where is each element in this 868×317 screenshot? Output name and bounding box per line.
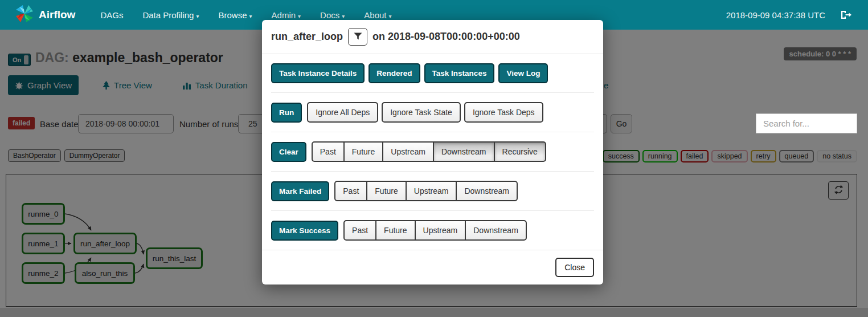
filter-button[interactable] xyxy=(348,28,367,46)
mark-success-option-future[interactable]: Future xyxy=(375,220,415,241)
rendered-button[interactable]: Rendered xyxy=(369,63,420,83)
run-button[interactable]: Run xyxy=(271,103,302,123)
logout-icon[interactable] xyxy=(840,10,852,19)
clear-option-future[interactable]: Future xyxy=(343,141,383,162)
caret-down-icon: ▾ xyxy=(196,13,199,19)
mark-failed-option-upstream[interactable]: Upstream xyxy=(406,181,457,201)
task-instance-modal: run_after_loop on 2018-09-08T00:00:00+00… xyxy=(262,20,603,285)
run-option-ignore-task-deps[interactable]: Ignore Task Deps xyxy=(464,102,543,123)
mark-success-options: PastFutureUpstreamDownstream xyxy=(343,220,527,241)
modal-task-name: run_after_loop xyxy=(271,31,343,43)
nav-item-about[interactable]: About▾ xyxy=(364,10,391,20)
mark-success-option-upstream[interactable]: Upstream xyxy=(415,220,466,241)
airflow-pinwheel-logo-icon xyxy=(15,4,34,26)
clear-option-downstream[interactable]: Downstream xyxy=(433,141,495,162)
mark-failed-button[interactable]: Mark Failed xyxy=(271,181,329,201)
clear-options: PastFutureUpstreamDownstreamRecursive xyxy=(312,141,546,162)
clear-option-upstream[interactable]: Upstream xyxy=(382,141,434,162)
airflow-brand[interactable]: Airflow xyxy=(15,4,75,26)
clear-option-recursive[interactable]: Recursive xyxy=(494,141,546,162)
clear-button[interactable]: Clear xyxy=(271,142,306,162)
mark-success-option-downstream[interactable]: Downstream xyxy=(465,220,527,241)
navbar-right: 2018-09-09 04:37:38 UTC xyxy=(726,10,852,20)
close-button[interactable]: Close xyxy=(555,258,594,277)
nav-item-docs[interactable]: Docs▾ xyxy=(320,10,345,20)
modal-row-clear: ClearPastFutureUpstreamDownstreamRecursi… xyxy=(271,132,594,171)
modal-header: run_after_loop on 2018-09-08T00:00:00+00… xyxy=(262,20,603,54)
mark-success-button[interactable]: Mark Success xyxy=(271,221,338,241)
modal-footer: Close xyxy=(262,250,603,285)
view-log-button[interactable]: View Log xyxy=(498,63,548,83)
task-instance-details-button[interactable]: Task Instance Details xyxy=(271,63,365,83)
caret-down-icon: ▾ xyxy=(389,13,392,19)
nav-item-browse[interactable]: Browse▾ xyxy=(218,10,252,20)
modal-row-mark-success: Mark SuccessPastFutureUpstreamDownstream xyxy=(271,211,594,250)
modal-body: Task Instance DetailsRenderedTask Instan… xyxy=(262,54,603,250)
brand-name: Airflow xyxy=(39,9,75,21)
run-options: Ignore All DepsIgnore Task StateIgnore T… xyxy=(307,102,543,123)
modal-row-run: RunIgnore All DepsIgnore Task StateIgnor… xyxy=(271,93,594,132)
caret-down-icon: ▾ xyxy=(342,13,345,19)
modal-execution-date: on 2018-09-08T00:00:00+00:00 xyxy=(372,31,520,43)
caret-down-icon: ▾ xyxy=(298,13,301,19)
mark-failed-option-past[interactable]: Past xyxy=(334,181,367,201)
funnel-icon xyxy=(354,32,362,42)
clear-option-past[interactable]: Past xyxy=(312,141,345,162)
modal-row-mark-failed: Mark FailedPastFutureUpstreamDownstream xyxy=(271,172,594,210)
search-input[interactable] xyxy=(756,113,857,133)
nav-item-data-profiling[interactable]: Data Profiling▾ xyxy=(142,10,199,20)
modal-row-links: Task Instance DetailsRenderedTask Instan… xyxy=(271,54,594,92)
navbar-menu: DAGsData Profiling▾Browse▾Admin▾Docs▾Abo… xyxy=(100,10,391,20)
run-option-ignore-all-deps[interactable]: Ignore All Deps xyxy=(307,102,378,123)
mark-failed-option-future[interactable]: Future xyxy=(366,181,406,201)
nav-item-admin[interactable]: Admin▾ xyxy=(272,10,301,20)
nav-item-dags[interactable]: DAGs xyxy=(100,10,123,20)
mark-success-option-past[interactable]: Past xyxy=(343,220,376,241)
mark-failed-option-downstream[interactable]: Downstream xyxy=(456,181,518,201)
run-option-ignore-task-state[interactable]: Ignore Task State xyxy=(382,102,461,123)
task-instances-button[interactable]: Task Instances xyxy=(424,63,495,83)
mark-failed-options: PastFutureUpstreamDownstream xyxy=(334,181,518,201)
utc-clock: 2018-09-09 04:37:38 UTC xyxy=(726,10,825,20)
caret-down-icon: ▾ xyxy=(249,13,252,19)
